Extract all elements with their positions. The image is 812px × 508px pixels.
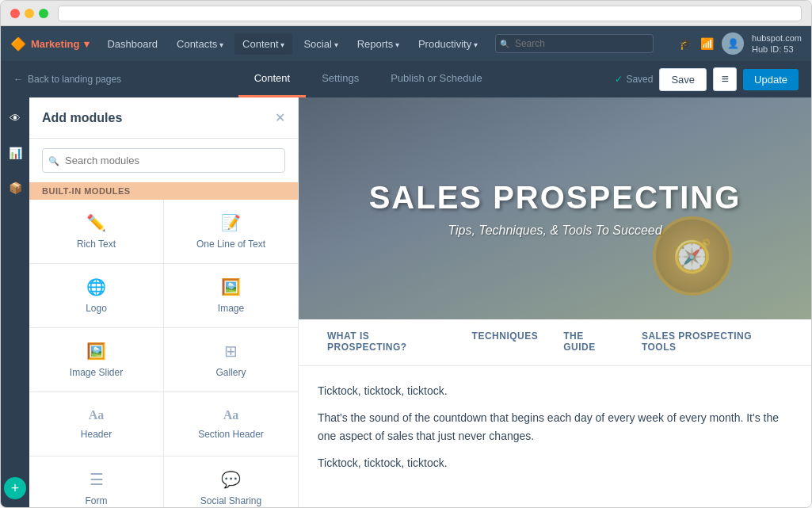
module-panel: Add modules ✕ BUILT-IN MODULES ✏️ Rich T…: [29, 97, 299, 508]
form-icon: ☰: [90, 470, 104, 489]
module-section-label: BUILT-IN MODULES: [29, 182, 298, 200]
page-nav-tools[interactable]: SALES PROSPECTING TOOLS: [629, 319, 795, 365]
hubspot-icon: 🔶: [10, 36, 26, 52]
back-link-label: Back to landing pages: [28, 74, 121, 85]
tab-content[interactable]: Content: [238, 61, 307, 97]
gallery-icon: ⊞: [224, 342, 238, 361]
module-form-label: Form: [86, 495, 108, 506]
module-panel-header: Add modules ✕: [29, 97, 298, 139]
tab-publish-schedule[interactable]: Publish or Schedule: [375, 61, 498, 97]
page-nav-prospecting[interactable]: WHAT IS PROSPECTING?: [315, 319, 459, 365]
browser-chrome: [1, 1, 811, 26]
nav-right: 🎓 📶 👤 hubspot.com Hub ID: 53: [679, 32, 802, 55]
browser-dots: [10, 9, 48, 18]
module-panel-title: Add modules: [42, 111, 122, 125]
module-rich-text[interactable]: ✏️ Rich Text: [29, 200, 163, 263]
account-name: hubspot.com: [752, 32, 802, 44]
module-image[interactable]: 🖼️ Image: [164, 264, 298, 327]
dot-yellow: [25, 9, 34, 18]
module-search-container: [29, 139, 298, 182]
page-nav-techniques[interactable]: TECHNIQUES: [459, 319, 551, 365]
saved-status: ✓ Saved: [615, 74, 653, 85]
nav-item-social[interactable]: Social: [295, 33, 345, 55]
module-search-input[interactable]: [42, 148, 285, 173]
module-rich-text-label: Rich Text: [77, 239, 116, 250]
rich-text-icon: ✏️: [86, 213, 106, 232]
hero-content: SALES PROSPECTING Tips, Techniques, & To…: [369, 180, 741, 238]
list-view-button[interactable]: ≡: [713, 67, 737, 91]
sidebar-icon-stats[interactable]: 📊: [4, 142, 26, 164]
page-nav: WHAT IS PROSPECTING? TECHNIQUES THE GUID…: [299, 319, 811, 366]
account-id: Hub ID: 53: [752, 44, 802, 55]
user-avatar[interactable]: 👤: [722, 32, 744, 55]
body-para-3: Ticktock, ticktock, ticktock.: [318, 454, 792, 472]
body-para-2: That's the sound of the countdown that b…: [318, 409, 792, 445]
section-header-icon: Aa: [223, 408, 239, 422]
nav-account-info: hubspot.com Hub ID: 53: [752, 32, 802, 55]
dot-green: [39, 9, 48, 18]
nav-item-content[interactable]: Content: [234, 33, 292, 55]
nav-search-container: [495, 34, 654, 53]
nav-logo-arrow: ▾: [84, 38, 90, 50]
hero-section: SALES PROSPECTING Tips, Techniques, & To…: [299, 97, 811, 319]
body-content: Ticktock, ticktock, ticktock. That's the…: [299, 366, 811, 498]
sub-nav-right: ✓ Saved Save ≡ Update: [615, 67, 799, 91]
dot-red: [10, 9, 20, 18]
module-gallery-label: Gallery: [215, 367, 246, 378]
sidebar-icon-eye[interactable]: 👁: [4, 107, 26, 129]
body-para-1: Ticktock, ticktock, ticktock.: [318, 382, 792, 399]
nav-item-productivity[interactable]: Productivity: [410, 33, 486, 55]
back-arrow-icon: ←: [13, 74, 23, 85]
sub-nav-tabs: Content Settings Publish or Schedule: [238, 61, 498, 97]
header-icon: Aa: [89, 408, 105, 422]
save-button[interactable]: Save: [659, 68, 707, 91]
nav-item-contacts[interactable]: Contacts: [169, 33, 231, 55]
nav-logo-label: Marketing: [31, 38, 79, 50]
main-layout: 👁 📊 📦 + Add modules ✕ BUILT-IN MODULES ✏…: [1, 97, 811, 508]
module-image-slider-label: Image Slider: [70, 367, 123, 378]
image-slider-icon: 🖼️: [86, 342, 106, 361]
module-header-label: Header: [81, 429, 112, 440]
tab-settings[interactable]: Settings: [306, 61, 375, 97]
module-logo-label: Logo: [86, 303, 107, 314]
sub-nav: ← Back to landing pages Content Settings…: [1, 61, 811, 97]
module-one-line-text-label: One Line of Text: [196, 239, 265, 250]
nav-item-dashboard[interactable]: Dashboard: [99, 33, 166, 55]
close-button[interactable]: ✕: [275, 110, 285, 125]
module-section-header[interactable]: Aa Section Header: [164, 392, 298, 456]
nav-item-reports[interactable]: Reports: [349, 33, 407, 55]
nav-search-input[interactable]: [495, 34, 654, 53]
hero-title: SALES PROSPECTING: [369, 180, 741, 216]
module-gallery[interactable]: ⊞ Gallery: [164, 328, 298, 392]
module-logo[interactable]: 🌐 Logo: [29, 264, 163, 327]
address-bar[interactable]: [58, 6, 802, 21]
content-area: SALES PROSPECTING Tips, Techniques, & To…: [299, 97, 811, 508]
logo-icon: 🌐: [86, 277, 106, 296]
module-social-sharing[interactable]: 💬 Social Sharing: [164, 456, 298, 508]
module-one-line-text[interactable]: 📝 One Line of Text: [164, 200, 298, 263]
check-icon: ✓: [615, 74, 623, 85]
image-icon: 🖼️: [221, 277, 241, 296]
module-form[interactable]: ☰ Form: [29, 456, 163, 508]
wifi-icon[interactable]: 📶: [700, 37, 714, 50]
top-nav: 🔶 Marketing ▾ Dashboard Contacts Content…: [1, 26, 811, 61]
update-button[interactable]: Update: [743, 69, 799, 90]
page-nav-guide[interactable]: THE GUIDE: [551, 319, 629, 365]
graduation-icon[interactable]: 🎓: [679, 37, 692, 50]
module-section-header-label: Section Header: [198, 429, 264, 440]
sidebar-icons: 👁 📊 📦 +: [1, 97, 29, 508]
module-image-label: Image: [218, 303, 244, 314]
module-header[interactable]: Aa Header: [29, 392, 163, 456]
sidebar-icon-modules[interactable]: 📦: [4, 177, 26, 199]
saved-label: Saved: [626, 74, 653, 85]
one-line-text-icon: 📝: [221, 213, 241, 232]
add-module-button[interactable]: +: [4, 477, 26, 499]
module-grid: ✏️ Rich Text 📝 One Line of Text 🌐 Logo 🖼…: [29, 200, 298, 508]
hero-subtitle: Tips, Techniques, & Tools To Succeed: [369, 223, 741, 238]
social-sharing-icon: 💬: [221, 470, 241, 489]
module-image-slider[interactable]: 🖼️ Image Slider: [29, 328, 163, 392]
module-social-sharing-label: Social Sharing: [200, 495, 261, 506]
back-link[interactable]: ← Back to landing pages: [13, 74, 121, 85]
nav-logo[interactable]: 🔶 Marketing ▾: [10, 36, 90, 52]
